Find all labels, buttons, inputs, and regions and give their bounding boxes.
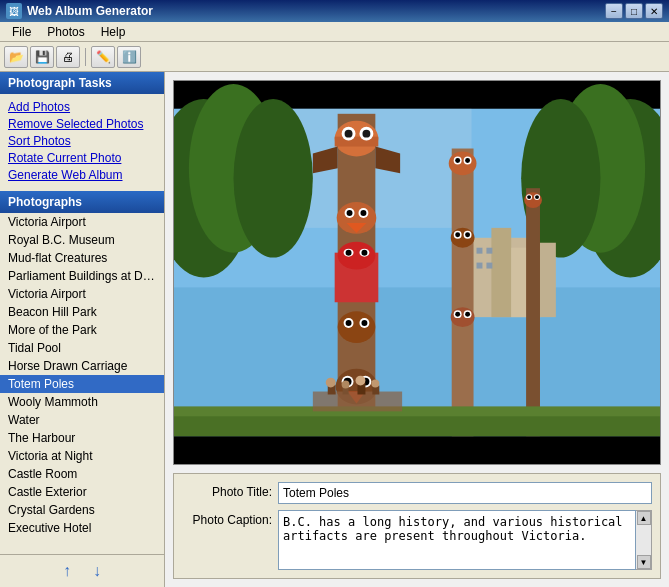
minimize-button[interactable]: − xyxy=(605,3,623,19)
photo-caption-label: Photo Caption: xyxy=(182,510,272,527)
list-item[interactable]: Royal B.C. Museum xyxy=(0,231,164,249)
caption-wrapper: B.C. has a long history, and various his… xyxy=(278,510,652,570)
app-icon: 🖼 xyxy=(6,3,22,19)
list-item[interactable]: Water xyxy=(0,411,164,429)
tasks-section: Add Photos Remove Selected Photos Sort P… xyxy=(0,94,164,191)
svg-point-79 xyxy=(342,381,350,389)
toolbar: 📂 💾 🖨 ✏️ ℹ️ xyxy=(0,42,669,72)
menu-bar: File Photos Help xyxy=(0,22,669,42)
right-panel: Photo Title: Photo Caption: B.C. has a l… xyxy=(165,72,669,587)
svg-rect-14 xyxy=(486,248,492,254)
list-item[interactable]: Executive Hotel xyxy=(0,519,164,537)
list-item[interactable]: Crystal Gardens xyxy=(0,501,164,519)
svg-point-78 xyxy=(326,378,336,388)
svg-point-63 xyxy=(455,312,460,317)
svg-rect-19 xyxy=(335,137,379,147)
toolbar-separator xyxy=(85,48,86,66)
svg-point-41 xyxy=(346,320,352,326)
svg-point-66 xyxy=(524,192,542,208)
svg-point-23 xyxy=(362,130,370,138)
svg-point-29 xyxy=(347,210,353,216)
svg-point-81 xyxy=(371,380,379,388)
photo-image xyxy=(174,81,660,464)
svg-rect-13 xyxy=(477,248,483,254)
info-button[interactable]: ℹ️ xyxy=(117,46,141,68)
window-controls: − □ ✕ xyxy=(605,3,663,19)
svg-rect-16 xyxy=(486,263,492,269)
list-item[interactable]: Horse Drawn Carriage xyxy=(0,357,164,375)
main-content: Photograph Tasks Add Photos Remove Selec… xyxy=(0,72,669,587)
list-item[interactable]: Castle Room xyxy=(0,465,164,483)
svg-point-60 xyxy=(451,307,475,327)
menu-file[interactable]: File xyxy=(4,23,39,41)
list-item[interactable]: Victoria Airport xyxy=(0,285,164,303)
caption-row: Photo Caption: B.C. has a long history, … xyxy=(182,510,652,570)
photo-list: Victoria Airport Royal B.C. Museum Mud-f… xyxy=(0,213,164,554)
nav-down-button[interactable]: ↓ xyxy=(87,560,107,582)
svg-rect-65 xyxy=(526,188,540,436)
rotate-photo-task[interactable]: Rotate Current Photo xyxy=(8,151,156,165)
generate-album-task[interactable]: Generate Web Album xyxy=(8,168,156,182)
svg-point-22 xyxy=(345,130,353,138)
list-item[interactable]: Tidal Pool xyxy=(0,339,164,357)
close-button[interactable]: ✕ xyxy=(645,3,663,19)
menu-photos[interactable]: Photos xyxy=(39,23,92,41)
nav-buttons: ↑ ↓ xyxy=(0,554,164,587)
svg-rect-49 xyxy=(452,149,474,437)
list-item[interactable]: Mud-flat Creatures xyxy=(0,249,164,267)
remove-photos-task[interactable]: Remove Selected Photos xyxy=(8,117,156,131)
sort-photos-task[interactable]: Sort Photos xyxy=(8,134,156,148)
svg-point-58 xyxy=(455,232,460,237)
svg-point-5 xyxy=(234,99,313,258)
svg-point-42 xyxy=(361,320,367,326)
title-row: Photo Title: xyxy=(182,482,652,504)
list-item[interactable]: Wooly Mammoth xyxy=(0,393,164,411)
svg-point-53 xyxy=(455,158,460,163)
svg-point-50 xyxy=(449,151,477,175)
list-item[interactable]: Victoria at Night xyxy=(0,447,164,465)
svg-rect-15 xyxy=(477,263,483,269)
svg-rect-10 xyxy=(491,228,511,317)
scroll-track xyxy=(636,525,651,555)
svg-point-30 xyxy=(360,210,366,216)
svg-point-59 xyxy=(465,232,470,237)
photo-caption-input[interactable]: B.C. has a long history, and various his… xyxy=(278,510,636,570)
photo-title-input[interactable] xyxy=(278,482,652,504)
tasks-header: Photograph Tasks xyxy=(0,72,164,94)
svg-point-64 xyxy=(465,312,470,317)
open-button[interactable]: 📂 xyxy=(4,46,28,68)
list-item[interactable]: Beacon Hill Park xyxy=(0,303,164,321)
svg-point-38 xyxy=(338,311,376,343)
svg-point-55 xyxy=(451,228,475,248)
svg-point-80 xyxy=(356,376,366,386)
save-button[interactable]: 💾 xyxy=(30,46,54,68)
maximize-button[interactable]: □ xyxy=(625,3,643,19)
menu-help[interactable]: Help xyxy=(93,23,134,41)
title-bar: 🖼 Web Album Generator − □ ✕ xyxy=(0,0,669,22)
print-button[interactable]: 🖨 xyxy=(56,46,80,68)
form-section: Photo Title: Photo Caption: B.C. has a l… xyxy=(173,473,661,579)
scroll-down-button[interactable]: ▼ xyxy=(637,555,651,569)
svg-point-33 xyxy=(338,242,376,270)
photo-display xyxy=(173,80,661,465)
add-photos-task[interactable]: Add Photos xyxy=(8,100,156,114)
svg-point-70 xyxy=(535,195,539,199)
svg-point-37 xyxy=(361,250,367,256)
list-item[interactable]: Castle Exterior xyxy=(0,483,164,501)
svg-point-54 xyxy=(465,158,470,163)
svg-point-36 xyxy=(346,250,352,256)
edit-button[interactable]: ✏️ xyxy=(91,46,115,68)
window-title: Web Album Generator xyxy=(27,4,605,18)
svg-point-69 xyxy=(527,195,531,199)
list-item[interactable]: Victoria Airport xyxy=(0,213,164,231)
list-item[interactable]: More of the Park xyxy=(0,321,164,339)
nav-up-button[interactable]: ↑ xyxy=(57,560,77,582)
photo-title-label: Photo Title: xyxy=(182,482,272,499)
list-item[interactable]: The Harbour xyxy=(0,429,164,447)
svg-rect-72 xyxy=(174,416,660,436)
list-item[interactable]: Parliament Buildings at Dusk xyxy=(0,267,164,285)
scroll-up-button[interactable]: ▲ xyxy=(637,511,651,525)
list-item-selected[interactable]: Totem Poles xyxy=(0,375,164,393)
left-panel: Photograph Tasks Add Photos Remove Selec… xyxy=(0,72,165,587)
caption-scrollbar[interactable]: ▲ ▼ xyxy=(636,510,652,570)
